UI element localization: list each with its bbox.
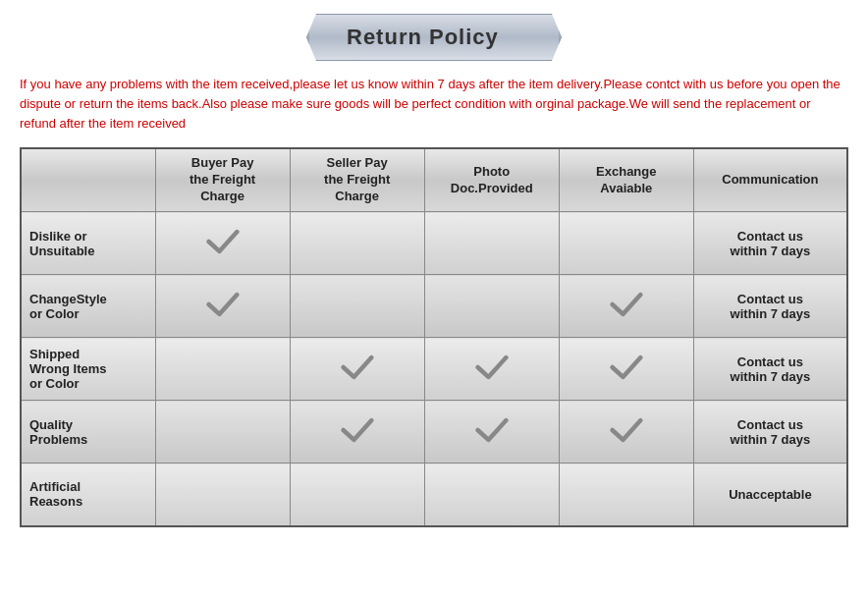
cell-buyer_freight (155, 338, 290, 401)
cell-exchange (559, 338, 693, 401)
return-policy-table: Buyer Paythe FreightCharge Seller Paythe… (20, 147, 848, 526)
cell-photo_doc (424, 401, 559, 464)
cell-communication: Contact uswithin 7 days (693, 401, 847, 464)
cell-seller_freight (290, 401, 424, 464)
table-row: ChangeStyleor Color Contact uswithin 7 d… (21, 275, 847, 338)
col-header-issue (21, 148, 155, 211)
cell-issue: ChangeStyleor Color (21, 275, 155, 338)
policy-text: If you have any problems with the item r… (20, 75, 848, 134)
cell-exchange (559, 401, 693, 464)
cell-photo_doc (424, 464, 559, 526)
cell-seller_freight (290, 275, 424, 338)
col-header-communication: Communication (693, 148, 847, 211)
cell-exchange (559, 275, 693, 338)
table-header-row: Buyer Paythe FreightCharge Seller Paythe… (21, 148, 847, 211)
cell-buyer_freight (155, 212, 290, 275)
check-icon (205, 227, 241, 256)
cell-exchange (559, 212, 693, 275)
cell-communication: Contact uswithin 7 days (693, 212, 847, 275)
table-row: ArtificialReasonsUnacceptable (21, 464, 847, 526)
check-icon (340, 415, 375, 445)
check-icon (205, 290, 241, 319)
cell-photo_doc (424, 212, 559, 275)
col-header-exchange: ExchangeAvaiable (559, 148, 693, 211)
cell-communication: Contact uswithin 7 days (693, 338, 847, 401)
cell-buyer_freight (155, 401, 290, 464)
col-header-photo-doc: PhotoDoc.Provided (424, 148, 559, 211)
banner-shape: Return Policy (306, 14, 562, 61)
check-icon (474, 353, 510, 382)
check-icon (609, 415, 644, 445)
cell-communication: Unacceptable (693, 464, 847, 526)
cell-issue: ShippedWrong Itemsor Color (21, 338, 155, 401)
check-icon (340, 353, 375, 382)
table-row: Dislike orUnsuitable Contact uswithin 7 … (21, 212, 847, 275)
check-icon (609, 353, 644, 382)
banner-title: Return Policy (347, 25, 499, 49)
check-icon (474, 415, 510, 445)
cell-issue: QualityProblems (21, 401, 155, 464)
cell-seller_freight (290, 464, 424, 526)
check-icon (609, 290, 644, 319)
cell-photo_doc (424, 338, 559, 401)
col-header-seller-freight: Seller Paythe FreightCharge (290, 148, 424, 211)
banner-wrapper: Return Policy (20, 14, 848, 61)
cell-issue: Dislike orUnsuitable (21, 212, 155, 275)
col-header-buyer-freight: Buyer Paythe FreightCharge (155, 148, 290, 211)
cell-issue: ArtificialReasons (21, 464, 155, 526)
cell-photo_doc (424, 275, 559, 338)
cell-buyer_freight (155, 464, 290, 526)
table-row: QualityProblems Contact uswithin 7 days (21, 401, 847, 464)
cell-communication: Contact uswithin 7 days (693, 275, 847, 338)
cell-buyer_freight (155, 275, 290, 338)
cell-seller_freight (290, 212, 424, 275)
banner: Return Policy (306, 14, 562, 61)
table-row: ShippedWrong Itemsor Color Contact uswit… (21, 338, 847, 401)
cell-seller_freight (290, 338, 424, 401)
cell-exchange (559, 464, 693, 526)
